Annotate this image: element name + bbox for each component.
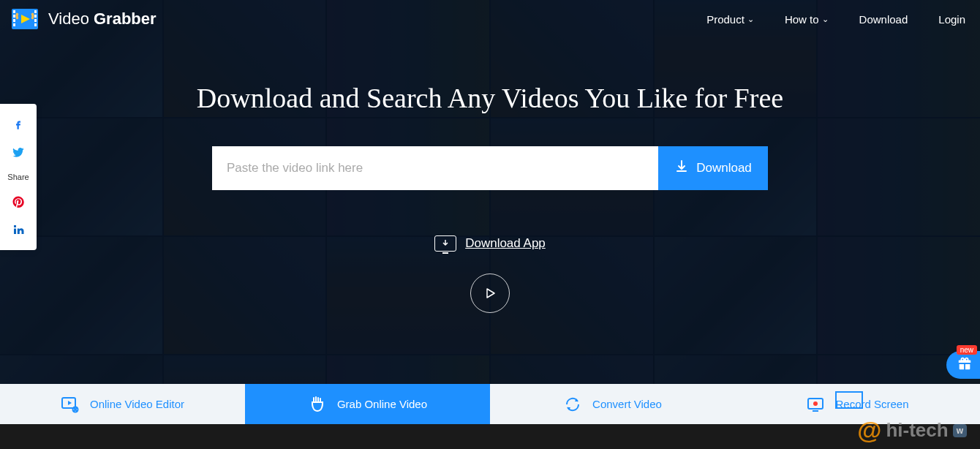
feature-tabs: Online Video Editor Grab Online Video Co… [0,384,980,424]
nav-login[interactable]: Login [938,13,965,26]
download-icon [674,159,689,178]
share-label: Share [7,173,29,181]
tab-convert-video[interactable]: Convert Video [490,384,735,424]
tab-label: Online Video Editor [90,398,184,410]
nav-howto[interactable]: How to ⌄ [785,13,829,26]
tab-label: Grab Online Video [337,398,427,410]
tab-label: Record Screen [835,398,908,410]
tab-grab-video[interactable]: Grab Online Video [245,384,490,424]
linkedin-icon[interactable] [11,222,26,237]
pinterest-icon[interactable] [11,195,26,209]
download-app-label: Download App [465,236,546,251]
svg-rect-2 [13,15,15,18]
nav-product[interactable]: Product ⌄ [706,13,754,26]
logo-icon [10,7,39,31]
svg-rect-8 [34,23,37,26]
logo-text: Video Grabber [48,10,157,29]
vk-icon: w [953,424,967,437]
tab-video-editor[interactable]: Online Video Editor [0,384,245,424]
svg-rect-1 [13,10,15,13]
main-nav: Product ⌄ How to ⌄ Download Login [706,13,965,26]
at-icon: @ [857,416,881,445]
chevron-down-icon: ⌄ [822,15,829,24]
editor-icon [61,395,80,414]
play-icon [483,286,497,301]
svg-rect-13 [813,410,818,412]
monitor-download-icon [434,235,456,252]
svg-rect-4 [13,23,15,26]
top-bar: Video Grabber Product ⌄ How to ⌄ Downloa… [0,0,980,31]
twitter-icon[interactable] [11,145,26,159]
social-share-bar: Share [0,104,37,250]
hero-title: Download and Search Any Videos You Like … [0,82,980,114]
url-form: Download [0,146,980,190]
svg-point-12 [813,401,818,406]
nav-download[interactable]: Download [859,13,908,26]
gift-icon [957,355,973,374]
svg-rect-3 [13,19,15,22]
record-icon [806,395,825,414]
download-button[interactable]: Download [658,146,768,190]
grab-icon [308,395,327,414]
footer [0,424,980,449]
tab-label: Convert Video [592,398,662,410]
gift-promo-button[interactable]: new [946,351,980,379]
chevron-down-icon: ⌄ [747,15,754,24]
video-url-input[interactable] [212,146,658,190]
svg-rect-5 [34,10,37,13]
download-button-label: Download [696,161,752,176]
hero-section: Video Grabber Product ⌄ How to ⌄ Downloa… [0,0,980,384]
new-badge: new [957,345,977,355]
hero-content: Download and Search Any Videos You Like … [0,31,980,313]
logo[interactable]: Video Grabber [10,7,157,31]
facebook-icon[interactable] [11,117,26,132]
svg-rect-6 [34,15,37,18]
svg-rect-7 [34,19,37,22]
play-button[interactable] [470,273,510,313]
download-app-link[interactable]: Download App [434,235,546,252]
convert-icon [563,395,582,414]
watermark: @ hi-tech w [857,416,967,445]
